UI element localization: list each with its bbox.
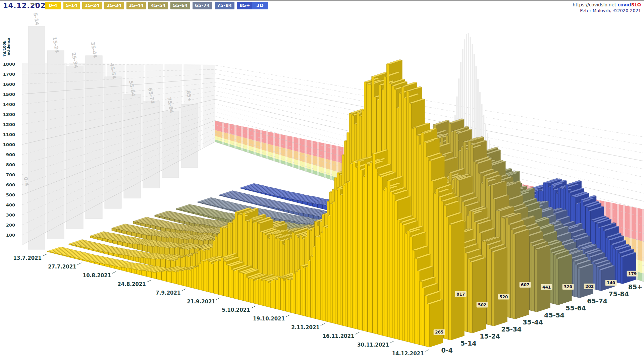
svg-text:441: 441 [542, 285, 551, 290]
svg-text:5.10.2021: 5.10.2021 [222, 307, 250, 313]
svg-text:265: 265 [435, 330, 443, 335]
svg-text:1300: 1300 [3, 112, 15, 117]
age-button-25-34[interactable]: 25-34 [104, 2, 124, 9]
svg-text:1400: 1400 [3, 102, 15, 107]
svg-text:900: 900 [6, 152, 15, 157]
svg-text:607: 607 [521, 283, 529, 287]
site-url[interactable]: https://covidslo.net covidSLO [573, 2, 641, 8]
url-text[interactable]: https://covidslo.net [573, 2, 616, 7]
svg-text:700: 700 [6, 172, 15, 177]
age-group-buttons: 0-45-1415-2425-3435-4445-5455-6465-7475-… [45, 2, 253, 9]
svg-text:300: 300 [6, 213, 15, 218]
svg-text:45-54: 45-54 [544, 311, 565, 319]
svg-text:2.11.2021: 2.11.2021 [291, 324, 319, 330]
svg-text:817: 817 [457, 292, 465, 297]
svg-text:5-14: 5-14 [32, 12, 40, 26]
age-button-15-24[interactable]: 15-24 [82, 2, 102, 9]
header-bar: 14.12.2021 tor 0-45-1415-2425-3435-4445-… [0, 0, 644, 12]
age-button-75-84[interactable]: 75-84 [215, 2, 234, 9]
svg-text:19.10.2021: 19.10.2021 [253, 316, 285, 322]
weekday-label: tor [31, 2, 36, 6]
incidence-3d-chart: 5-1415-2425-3435-4445-5455-6465-7475-848… [0, 0, 644, 362]
svg-text:24.8.2021: 24.8.2021 [117, 281, 146, 287]
svg-text:1800: 1800 [3, 62, 15, 67]
age-button-55-64[interactable]: 55-64 [170, 2, 190, 9]
svg-text:520: 520 [499, 295, 508, 299]
svg-text:1200: 1200 [3, 122, 15, 127]
svg-text:500: 500 [6, 192, 15, 197]
svg-text:27.7.2021: 27.7.2021 [48, 264, 76, 270]
svg-text:1100: 1100 [3, 132, 15, 137]
svg-text:100: 100 [6, 233, 15, 238]
svg-text:1700: 1700 [3, 72, 15, 77]
age-button-5-14[interactable]: 5-14 [63, 2, 80, 9]
age-button-0-4[interactable]: 0-4 [45, 2, 61, 9]
svg-text:400: 400 [6, 202, 15, 207]
age-button-85+[interactable]: 85+ [237, 2, 253, 9]
svg-text:85+: 85+ [628, 283, 642, 291]
svg-text:35-44: 35-44 [523, 318, 543, 326]
y-axis: 1800170016001500140013001200110010009008… [2, 38, 15, 238]
age-button-35-44[interactable]: 35-44 [126, 2, 146, 9]
svg-text:14.12.2021: 14.12.2021 [392, 351, 424, 357]
svg-text:502: 502 [478, 303, 486, 307]
brand-slo: SLO [631, 2, 641, 7]
mode-3d-button[interactable]: 3D [252, 2, 268, 9]
svg-text:800: 800 [6, 162, 15, 167]
current-date: 14.12.2021 [3, 2, 51, 10]
svg-text:10.8.2021: 10.8.2021 [83, 273, 111, 279]
svg-text:75-84: 75-84 [608, 290, 629, 298]
svg-text:7d/100k: 7d/100k [2, 40, 6, 57]
header-links: https://covidslo.net covidSLO Peter Malo… [573, 2, 641, 13]
age-button-65-74[interactable]: 65-74 [193, 2, 212, 9]
svg-text:1600: 1600 [3, 82, 15, 87]
svg-text:30.11.2021: 30.11.2021 [357, 342, 389, 348]
svg-text:21.9.2021: 21.9.2021 [187, 299, 215, 305]
brand-covid: covid [618, 2, 631, 7]
age-button-45-54[interactable]: 45-54 [148, 2, 168, 9]
svg-text:1500: 1500 [3, 92, 15, 97]
svg-text:16.11.2021: 16.11.2021 [322, 333, 354, 339]
svg-text:Incidenca: Incidenca [6, 38, 10, 57]
svg-text:65-74: 65-74 [587, 297, 607, 305]
svg-text:179: 179 [628, 272, 637, 276]
svg-text:0-4: 0-4 [441, 347, 452, 354]
svg-text:320: 320 [564, 285, 572, 289]
svg-text:13.7.2021: 13.7.2021 [13, 255, 42, 261]
svg-text:55-64: 55-64 [566, 304, 586, 312]
svg-text:140: 140 [607, 281, 615, 285]
svg-text:15-24: 15-24 [480, 333, 500, 340]
svg-text:7.9.2021: 7.9.2021 [156, 290, 180, 296]
svg-text:200: 200 [6, 223, 15, 228]
author-credit: Peter Malovrh, ©2020-2021 [573, 8, 641, 13]
svg-text:1000: 1000 [3, 142, 15, 147]
svg-text:5-14: 5-14 [461, 340, 477, 347]
svg-text:202: 202 [585, 284, 594, 289]
svg-text:25-34: 25-34 [501, 325, 522, 333]
svg-text:600: 600 [6, 182, 15, 187]
